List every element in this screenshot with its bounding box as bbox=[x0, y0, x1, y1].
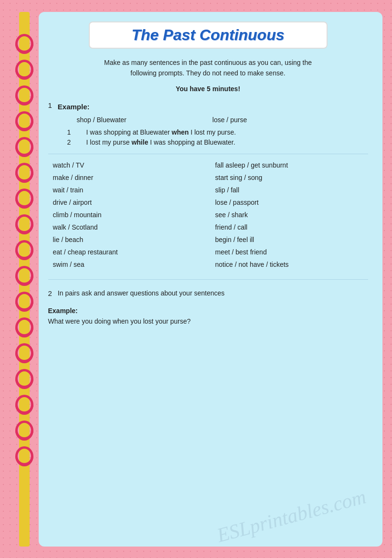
sentence2-post: I was shopping at Bluewater. bbox=[148, 138, 235, 146]
ring-10 bbox=[15, 266, 33, 286]
sentence2-bold: while bbox=[131, 138, 148, 146]
prompt-right-6: begin / feel ill bbox=[215, 234, 368, 245]
prompt-right-5: friend / call bbox=[215, 222, 368, 232]
ring-17 bbox=[15, 446, 33, 466]
page-title: The Past Continuous bbox=[99, 26, 317, 44]
example2: Example: What were you doing when you lo… bbox=[48, 307, 368, 325]
main-content: The Past Continuous Make as many sentenc… bbox=[39, 12, 382, 547]
divider-2 bbox=[48, 279, 368, 280]
ring-4 bbox=[15, 111, 33, 131]
ring-14 bbox=[15, 369, 33, 389]
example2-label: Example: bbox=[48, 307, 368, 315]
page-wrapper: The Past Continuous Make as many sentenc… bbox=[10, 12, 382, 547]
example2-sentence: What were you doing when you lost your p… bbox=[48, 317, 368, 325]
time-note: You have 5 minutes! bbox=[48, 85, 368, 93]
section1-header: 1 Example: bbox=[48, 101, 368, 112]
ring-9 bbox=[15, 240, 33, 260]
prompt-right-4: see / shark bbox=[215, 210, 368, 220]
section1-number: 1 bbox=[48, 101, 52, 109]
section2-header: 2 In pairs ask and answer questions abou… bbox=[48, 289, 368, 300]
prompt-right-0: fall asleep / get sunburnt bbox=[215, 160, 368, 170]
example-prompts-row: shop / Bluewater lose / purse bbox=[48, 116, 368, 124]
sentence2-text: I lost my purse while I was shopping at … bbox=[86, 138, 368, 146]
ring-15 bbox=[15, 395, 33, 415]
prompt-left-6: lie / beach bbox=[53, 234, 206, 245]
ring-7 bbox=[15, 189, 33, 209]
example-sentences: 1 I was shopping at Bluewater when I los… bbox=[48, 128, 368, 146]
ring-6 bbox=[15, 163, 33, 183]
prompt-left-4: climb / mountain bbox=[53, 210, 206, 220]
prompt-left-2: wait / train bbox=[53, 185, 206, 195]
ring-13 bbox=[15, 343, 33, 363]
prompt-right-3: lose / passport bbox=[215, 197, 368, 208]
prompt-left-0: watch / TV bbox=[53, 160, 206, 170]
prompt-right-2: slip / fall bbox=[215, 185, 368, 195]
instructions: Make as many sentences in the past conti… bbox=[48, 57, 368, 79]
example-prompt-left: shop / Bluewater bbox=[77, 116, 127, 124]
ring-12 bbox=[15, 317, 33, 337]
watermark: ESLprintables.com bbox=[214, 485, 368, 547]
instruction-line1: Make as many sentences in the past conti… bbox=[48, 57, 368, 68]
prompt-right-8: notice / not have / tickets bbox=[215, 259, 368, 270]
prompt-left-1: make / dinner bbox=[53, 172, 206, 183]
prompt-right-1: start sing / song bbox=[215, 172, 368, 183]
ring-3 bbox=[15, 85, 33, 105]
spiral-binding bbox=[10, 12, 39, 547]
title-box: The Past Continuous bbox=[89, 21, 328, 49]
section1-label: Example: bbox=[58, 103, 90, 111]
sentence1-bold: when bbox=[172, 128, 189, 136]
ring-5 bbox=[15, 137, 33, 157]
sentence1-pre: I was shopping at Bluewater bbox=[86, 128, 172, 136]
example-sentence-1: 1 I was shopping at Bluewater when I los… bbox=[67, 128, 368, 136]
example-prompt-right: lose / purse bbox=[212, 116, 247, 124]
instruction-line2: following prompts. They do not need to m… bbox=[48, 68, 368, 78]
sentence1-post: I lost my purse. bbox=[189, 128, 236, 136]
sentence2-num: 2 bbox=[67, 138, 77, 146]
sentence1-text: I was shopping at Bluewater when I lost … bbox=[86, 128, 368, 136]
section2-number: 2 bbox=[48, 289, 52, 297]
divider-1 bbox=[48, 154, 368, 154]
prompt-left-3: drive / airport bbox=[53, 197, 206, 208]
ring-16 bbox=[15, 421, 33, 441]
ring-11 bbox=[15, 292, 33, 312]
ring-1 bbox=[15, 34, 33, 54]
prompt-left-7: eat / cheap restaurant bbox=[53, 247, 206, 257]
example-sentence-2: 2 I lost my purse while I was shopping a… bbox=[67, 138, 368, 146]
ring-8 bbox=[15, 214, 33, 234]
prompt-right-7: meet / best friend bbox=[215, 247, 368, 257]
prompts-grid: watch / TVfall asleep / get sunburntmake… bbox=[48, 160, 368, 270]
sentence1-num: 1 bbox=[67, 128, 77, 136]
prompt-left-5: walk / Scotland bbox=[53, 222, 206, 232]
section2-text: In pairs ask and answer questions about … bbox=[58, 289, 224, 297]
sentence2-pre: I lost my purse bbox=[86, 138, 132, 146]
section1-example: 1 Example: shop / Bluewater lose / purse… bbox=[48, 101, 368, 146]
ring-2 bbox=[15, 60, 33, 80]
prompt-left-8: swim / sea bbox=[53, 259, 206, 270]
section2: 2 In pairs ask and answer questions abou… bbox=[48, 289, 368, 325]
